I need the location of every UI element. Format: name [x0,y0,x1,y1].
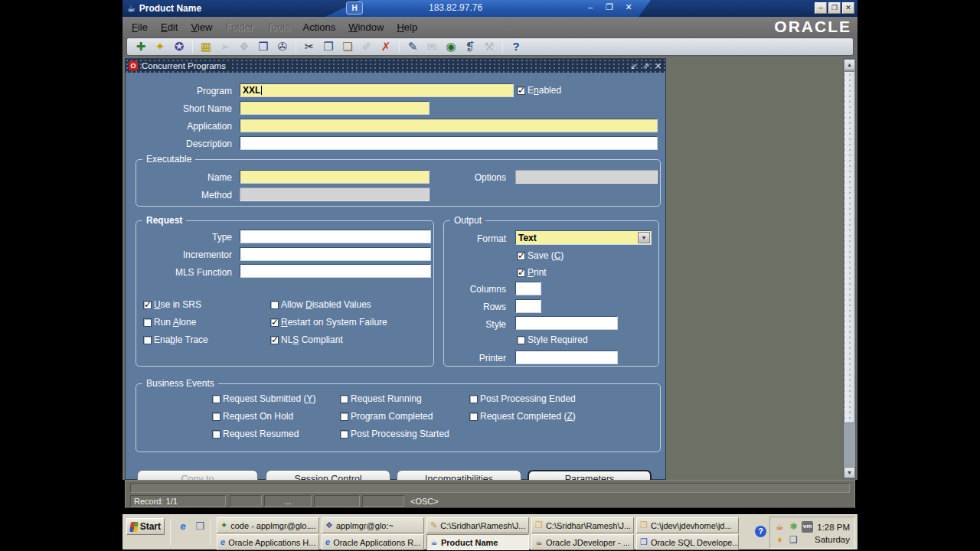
program-label: Program [163,86,232,96]
show-navigator-icon[interactable]: ✪ [172,39,187,54]
folder-tools-icon[interactable]: ⚒ [482,39,497,54]
printer-field[interactable] [515,350,618,364]
columns-field[interactable] [515,282,541,295]
translations-icon[interactable]: ◉ [443,39,459,54]
toolbar-separator [296,41,296,53]
menu-actions[interactable]: Actions [303,21,336,33]
task-button-folder-1[interactable]: ❒ C:\Sridhar\Ramesh\J... [531,517,634,533]
use-in-srs-checkbox[interactable] [143,301,152,309]
java-tray-icon[interactable]: ☕ [774,521,786,533]
request-completed-checkbox[interactable] [469,412,478,421]
request-running-checkbox[interactable] [340,395,348,403]
edit-icon[interactable]: ✐ [359,39,374,54]
new-record-icon[interactable]: ✚ [133,39,149,54]
post-processing-ended-checkbox[interactable] [469,395,478,403]
form-restore-icon[interactable]: ⇗ [640,60,652,72]
request-resumed-checkbox[interactable] [212,430,220,439]
request-on-hold-checkbox[interactable] [212,412,220,421]
executable-method-field [240,187,430,201]
save-output-checkbox[interactable] [517,252,525,260]
folder-icon: ❒ [640,521,648,530]
outer-maximize-button[interactable]: ❐ [828,2,841,14]
minimize-icon[interactable]: – [583,2,597,11]
mls-function-field[interactable] [240,264,431,278]
form-close-icon[interactable]: ✕ [652,60,664,72]
menu-tools[interactable]: Tools [266,21,289,33]
task-button-sql-developer[interactable]: ❒ Oracle SQL Develope... [636,534,739,550]
task-button-jdeveloper[interactable]: ☕ Oracle JDeveloper - ... [531,534,634,550]
status-cell [362,495,404,507]
program-completed-checkbox[interactable] [340,412,348,421]
vm-badge-icon[interactable]: vm [802,521,813,533]
request-group-title: Request [142,215,186,226]
find-icon[interactable]: ✦ [152,39,168,54]
menu-help[interactable]: Help [397,21,417,33]
display-settings-icon[interactable]: ❑ [788,534,799,546]
task-button-terminal[interactable]: ❖ applmgr@glo:~ [322,517,424,533]
menu-edit[interactable]: Edit [161,21,178,33]
post-processing-started-checkbox[interactable] [340,430,348,439]
scroll-down-icon[interactable]: ▼ [844,467,855,478]
task-button-folder-2[interactable]: ❒ C:\jdev\jdevhome\jd... [636,517,739,533]
task-button-oracle-apps-home[interactable]: e Oracle Applications H... [217,534,319,550]
menu-file[interactable]: File [132,21,148,33]
nls-compliant-checkbox[interactable] [270,336,279,344]
form-window-titlebar[interactable]: O Concurrent Programs ⇙ ⇗ ✕ [126,59,665,73]
security-agent-icon[interactable]: ♦ [774,534,786,546]
scroll-up-icon[interactable]: ▲ [844,59,855,70]
start-button[interactable]: Start [126,518,165,535]
chevron-down-icon[interactable]: ▼ [638,232,650,243]
task-button-product-name[interactable]: ☕ Product Name [426,534,529,550]
format-select[interactable]: Text ▼ [515,230,652,245]
task-button-putty[interactable]: ✦ code - applmgr@glo.... [217,517,319,533]
copy-icon[interactable]: ❐ [321,39,336,54]
scrollbar-thumb[interactable] [844,71,855,423]
executable-name-field[interactable] [240,170,430,184]
paste-icon[interactable]: ❏ [340,39,355,54]
run-alone-checkbox[interactable] [143,318,152,327]
restart-on-system-failure-checkbox[interactable] [270,318,279,327]
allow-disabled-values-checkbox[interactable] [270,301,279,309]
cut-icon[interactable]: ✂ [302,39,317,54]
rows-field[interactable] [515,299,541,313]
print-icon[interactable]: ❒ [256,39,271,54]
show-desktop-icon[interactable]: ❒ [193,520,207,533]
outer-minimize-button[interactable]: – [815,2,827,14]
incrementor-field[interactable] [240,247,431,261]
print-checkbox[interactable] [517,269,525,277]
viewer-pin-icon[interactable]: H [346,2,363,15]
outer-close-button[interactable]: ✕ [842,2,854,14]
clear-record-icon[interactable]: ✗ [378,39,394,54]
menu-folder[interactable]: Folder [225,21,253,33]
close-icon[interactable]: ✕ [622,2,635,12]
switch-responsibility-icon[interactable]: ❖ [237,39,252,54]
description-field[interactable] [240,136,658,150]
form-minimize-icon[interactable]: ⇙ [628,60,639,72]
short-name-field[interactable] [240,101,430,115]
help-tray-icon[interactable]: ? [755,526,766,537]
next-step-icon[interactable]: ➢ [217,39,233,54]
restore-icon[interactable]: ❐ [603,2,616,12]
enabled-checkbox[interactable] [517,86,525,95]
edit-field-icon[interactable]: ✎ [405,39,420,54]
oracle-logo: ORACLE [774,18,851,36]
vmware-tools-icon[interactable]: ❃ [788,521,799,533]
request-submitted-checkbox[interactable] [212,395,220,403]
style-field[interactable] [515,316,618,330]
menu-window[interactable]: Window [348,21,384,33]
menu-view[interactable]: View [191,21,212,33]
task-button-oracle-apps-r[interactable]: e Oracle Applications R... [322,534,424,550]
attachments-icon[interactable]: ❡ [462,39,478,54]
internet-explorer-icon[interactable]: e [176,520,190,533]
application-field[interactable] [240,119,658,132]
task-button-notepad[interactable]: ✎ C:\Sridhar\Ramesh\J... [426,517,529,533]
allow-disabled-values-row: Allow Disabled Values [270,299,371,310]
save-icon[interactable]: ▦ [198,39,214,54]
request-type-field[interactable] [240,230,431,243]
help-icon[interactable]: ? [508,39,524,54]
zoom-icon[interactable]: ✉ [424,39,439,54]
enable-trace-checkbox[interactable] [143,336,152,344]
style-required-checkbox[interactable] [517,336,525,344]
close-form-icon[interactable]: ✇ [275,39,290,54]
program-field[interactable]: XXL [240,83,514,97]
